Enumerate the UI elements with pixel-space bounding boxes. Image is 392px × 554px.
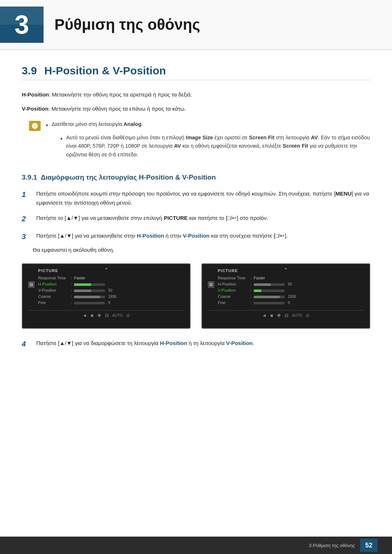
- menu-row-vpos-right: V-Position :: [218, 288, 364, 292]
- toolbar-icon-2-right: ■: [270, 313, 273, 318]
- screen-right-label: PICTURE: [218, 268, 364, 273]
- hpos-slider-right: [254, 283, 285, 286]
- menu-row-response-right: Response Time : Faster: [218, 276, 364, 280]
- footer-page-number: 52: [360, 539, 377, 552]
- footer-chapter-text: 3 Ρύθμιση της οθόνης: [309, 543, 355, 548]
- chapter-header: 3 Ρύθμιση της οθόνης: [0, 0, 392, 50]
- notes-block: • Διατίθεται μόνο στη λειτουργία Analog.…: [22, 120, 370, 163]
- toolbar-icon-1-right: ◄: [262, 313, 267, 318]
- menu-row-fine-left: Fine : 0: [38, 300, 185, 305]
- h-position-para: H-Position: Μετακινήστε την οθόνη προς τ…: [22, 90, 370, 99]
- v-position-para: V-Position: Μετακινήστε την οθόνη προς τ…: [22, 104, 370, 114]
- screen-left-label: PICTURE: [38, 268, 185, 273]
- toolbar-icon-5-right: ⊙: [306, 313, 310, 318]
- section-heading: 3.9 H-Position & V-Position: [22, 65, 370, 80]
- monitor-stand-right: ▣: [207, 279, 215, 289]
- coarse-slider-left: [74, 296, 105, 298]
- monitor-stand-left: ▣: [28, 279, 35, 289]
- subsection-heading: 3.9.1 Διαμόρφωση της λειτουργίας H-Posit…: [22, 173, 370, 181]
- coarse-slider-right: [254, 296, 285, 298]
- screen-left: ▣ PICTURE Response Time : Faster H-Posit…: [22, 263, 191, 329]
- note-1: • Διατίθεται μόνο στη λειτουργία Analog.: [46, 120, 370, 131]
- vpos-slider-left: [74, 290, 105, 292]
- toolbar-right: ◄ ■ ✚ ⊟ AUTO ⊙: [207, 310, 364, 318]
- fine-slider-left: [74, 302, 105, 304]
- steps-list: 1 Πατήστε οποιοδήποτε κουμπί στην πρόσοψ…: [22, 189, 370, 255]
- toolbar-left: ◄ ■ ✚ ⊟ AUTO ⊙: [28, 310, 185, 318]
- toolbar-icon-4-left: ⊟: [105, 313, 109, 318]
- menu-row-fine-right: Fine : 0: [218, 300, 364, 305]
- screens-container: ▣ PICTURE Response Time : Faster H-Posit…: [22, 263, 370, 329]
- hpos-slider-left: [74, 283, 105, 286]
- chapter-number: 3: [0, 7, 44, 43]
- menu-row-vpos-left: V-Position : 50: [38, 288, 185, 292]
- step-2: 2 Πατήστε το [▲/▼] για να μετακινηθείτε …: [22, 214, 370, 225]
- fine-slider-right: [254, 302, 285, 304]
- step-3b-label: Θα εμφανιστεί η ακόλουθη οθόνη.: [33, 246, 370, 255]
- toolbar-icon-2-left: ■: [91, 313, 94, 318]
- note-row-icon: • Διατίθεται μόνο στη λειτουργία Analog.…: [29, 120, 370, 163]
- vpos-slider-right: [254, 290, 285, 292]
- note-2: • Αυτό το μενού είναι διαθέσιμο μόνο ότα…: [60, 134, 370, 159]
- menu-row-coarse-left: Coarse : 1936: [38, 294, 185, 299]
- step-1: 1 Πατήστε οποιοδήποτε κουμπί στην πρόσοψ…: [22, 189, 370, 208]
- menu-row-hpos-left: H-Position :: [38, 282, 185, 286]
- toolbar-icon-5-left: ⊙: [126, 313, 130, 318]
- toolbar-icon-3-right: ✚: [277, 313, 281, 318]
- note-icon: [29, 121, 41, 131]
- toolbar-auto-left: AUTO: [113, 313, 123, 317]
- screen-right: ▣ PICTURE Response Time : Faster H-Posit…: [201, 263, 370, 329]
- toolbar-icon-1-left: ◄: [82, 313, 87, 318]
- toolbar-icon-3-left: ✚: [97, 313, 101, 318]
- chapter-title: Ρύθμιση της οθόνης: [54, 16, 200, 33]
- step-4: 4 Πατήστε [▲/▼] για να διαμορφώσετε τη λ…: [22, 339, 370, 350]
- menu-row-response-left: Response Time : Faster: [38, 276, 185, 280]
- menu-row-hpos-right: H-Position : 50: [218, 282, 364, 286]
- step-3: 3 Πατήστε [▲/▼] για να μετακινηθείτε στη…: [22, 231, 370, 243]
- steps-list-4: 4 Πατήστε [▲/▼] για να διαμορφώσετε τη λ…: [22, 339, 370, 350]
- page-footer: 3 Ρύθμιση της οθόνης 52: [0, 537, 392, 554]
- toolbar-icon-4-right: ⊟: [285, 313, 289, 318]
- toolbar-auto-right: AUTO: [292, 313, 302, 317]
- menu-row-coarse-right: Coarse : 1936: [218, 294, 364, 299]
